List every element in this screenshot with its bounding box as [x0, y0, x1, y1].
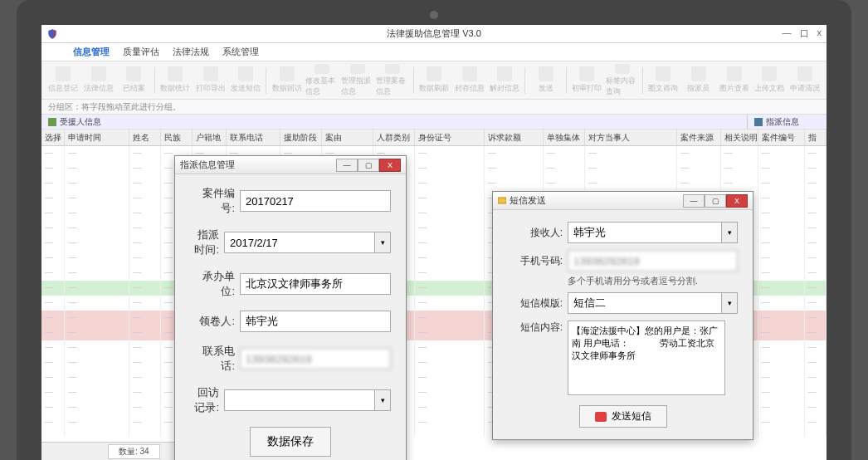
- table-row[interactable]: —————————————————: [41, 146, 827, 161]
- dialog2-maximize[interactable]: ▢: [705, 194, 726, 208]
- col-header[interactable]: 案由: [322, 130, 373, 145]
- col-header[interactable]: 申请时间: [65, 130, 129, 145]
- assign-time-input[interactable]: [224, 232, 374, 253]
- sms-content[interactable]: [568, 321, 725, 395]
- app-shield-icon: [46, 28, 58, 40]
- grid-header: 选择申请时间姓名民族户籍地联系电话援助阶段案由人群类别身份证号诉求款额单独集体对…: [41, 130, 827, 146]
- cube-icon: [48, 118, 56, 126]
- case-no-input[interactable]: [240, 190, 391, 212]
- mail-icon: [595, 412, 607, 422]
- toolbar-btn-10[interactable]: 数据刷新: [417, 64, 451, 97]
- section-recipient-info: 受援人信息: [41, 115, 747, 129]
- window-close[interactable]: x: [817, 27, 822, 40]
- toolbar-btn-15[interactable]: 标签内容查询: [606, 64, 640, 97]
- col-header[interactable]: 户籍地: [193, 130, 227, 145]
- table-row[interactable]: —————————————————: [41, 161, 827, 176]
- section-assign-info: 指派信息: [747, 115, 827, 129]
- toolbar-btn-1[interactable]: 法律信息: [82, 64, 116, 97]
- toolbar-btn-12[interactable]: 解封信息: [488, 64, 522, 97]
- toolbar-btn-4[interactable]: 打印导出: [193, 64, 227, 97]
- toolbar-btn-13[interactable]: 发送: [529, 64, 563, 97]
- phone-hint: 多个手机请用分号或者逗号分割.: [568, 275, 738, 287]
- col-header[interactable]: 民族: [161, 130, 193, 145]
- svg-rect-2: [498, 198, 506, 203]
- menu-info[interactable]: 信息管理: [73, 46, 110, 58]
- col-header[interactable]: 联系电话: [227, 130, 280, 145]
- dialog2-title: 短信发送: [510, 194, 546, 207]
- window-titlebar: 法律援助信息管理 V3.0 — 口 x: [41, 25, 827, 43]
- col-header[interactable]: 案件编号: [758, 130, 805, 145]
- assign-time-dropdown[interactable]: ▾: [374, 232, 391, 253]
- toolbar-btn-20[interactable]: 申请清况: [788, 64, 822, 97]
- svg-rect-1: [754, 118, 763, 126]
- dialog2-close[interactable]: X: [726, 194, 748, 208]
- menu-law[interactable]: 法律法规: [173, 46, 209, 58]
- cube-icon: [754, 118, 763, 126]
- toolbar-btn-17[interactable]: 指派员: [682, 64, 716, 97]
- dialog1-minimize[interactable]: —: [336, 159, 358, 172]
- table-row[interactable]: —————————————————: [41, 176, 827, 191]
- col-header[interactable]: 相关说明: [721, 130, 758, 145]
- send-sms-button[interactable]: 发送短信: [579, 405, 667, 428]
- toolbar-btn-2[interactable]: 已结案: [117, 64, 151, 97]
- col-header[interactable]: 选择: [41, 130, 65, 145]
- tel-input[interactable]: [240, 348, 391, 369]
- toolbar: 信息登记法律信息已结案数据统计打印导出发送短信数据回访修改基本信息管理指派信息管…: [41, 61, 827, 100]
- toolbar-btn-9[interactable]: 管理案卷信息: [376, 64, 410, 97]
- template-dropdown[interactable]: ▾: [721, 292, 738, 314]
- menubar: 信息管理 质量评估 法律法规 系统管理: [41, 43, 827, 61]
- col-header[interactable]: 案件来源: [677, 130, 720, 145]
- save-button[interactable]: 数据保存: [250, 427, 331, 457]
- window-minimize[interactable]: —: [783, 27, 792, 40]
- toolbar-btn-8[interactable]: 管理指派信息: [341, 64, 375, 97]
- sms-icon: [498, 197, 506, 205]
- revisit-input[interactable]: [224, 389, 374, 411]
- dialog1-close[interactable]: X: [379, 159, 401, 172]
- dialog2-minimize[interactable]: —: [683, 194, 705, 208]
- toolbar-btn-11[interactable]: 封存信息: [452, 64, 486, 97]
- menu-quality[interactable]: 质量评估: [123, 46, 159, 58]
- col-header[interactable]: 单独集体: [544, 130, 585, 145]
- toolbar-btn-19[interactable]: 上传文档: [753, 64, 787, 97]
- toolbar-btn-5[interactable]: 发送短信: [229, 64, 263, 97]
- window-maximize[interactable]: 口: [800, 27, 809, 40]
- template-input[interactable]: [568, 292, 721, 314]
- toolbar-btn-16[interactable]: 图文咨询: [646, 64, 680, 97]
- toolbar-btn-3[interactable]: 数据统计: [158, 64, 193, 97]
- phone-input[interactable]: [568, 250, 738, 272]
- col-header[interactable]: 人群类别: [373, 130, 415, 145]
- recipient-dropdown[interactable]: ▾: [721, 222, 738, 243]
- dialog-sms-send: 短信发送 — ▢ X 接收人:▾ 手机号码: 多个手机请用分号或者逗号分割. 短…: [492, 191, 753, 440]
- group-by-bar[interactable]: 分组区：将字段拖动至此进行分组。: [41, 100, 827, 115]
- toolbar-btn-7[interactable]: 修改基本信息: [305, 64, 339, 97]
- col-header[interactable]: 援助阶段: [280, 130, 322, 145]
- unit-input[interactable]: [240, 273, 391, 295]
- toolbar-btn-18[interactable]: 图片查看: [717, 64, 751, 97]
- revisit-dropdown[interactable]: ▾: [374, 389, 391, 411]
- toolbar-btn-0[interactable]: 信息登记: [46, 64, 80, 97]
- col-header[interactable]: 姓名: [129, 130, 161, 145]
- col-header[interactable]: 指: [805, 130, 827, 145]
- holder-input[interactable]: [240, 311, 391, 332]
- toolbar-btn-6[interactable]: 数据回访: [270, 64, 304, 97]
- device-camera: [430, 11, 438, 19]
- dialog1-title: 指派信息管理: [180, 159, 235, 171]
- recipient-input[interactable]: [568, 222, 721, 243]
- col-header[interactable]: 身份证号: [415, 130, 485, 145]
- menu-system[interactable]: 系统管理: [222, 46, 259, 58]
- dialog1-maximize[interactable]: ▢: [358, 159, 379, 172]
- svg-rect-0: [48, 118, 56, 126]
- dialog-assign-info: 指派信息管理 — ▢ X 案件编号: 指派时间:▾ 承办单位: 领卷人: 联系电…: [174, 155, 407, 460]
- toolbar-btn-14[interactable]: 初审打印: [570, 64, 604, 97]
- col-header[interactable]: 对方当事人: [585, 130, 677, 145]
- col-header[interactable]: 诉求款额: [485, 130, 544, 145]
- window-title: 法律援助信息管理 V3.0: [387, 27, 481, 40]
